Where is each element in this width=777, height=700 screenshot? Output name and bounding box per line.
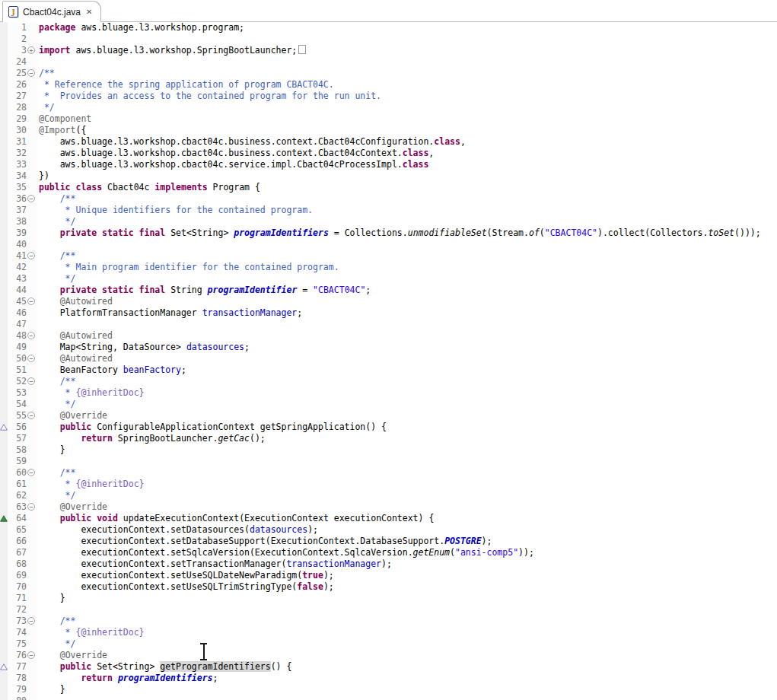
line-number[interactable]: 64	[8, 513, 27, 524]
line-number[interactable]: 65	[8, 524, 27, 536]
code-line[interactable]: * {@inheritDoc}	[37, 479, 144, 490]
code-line[interactable]: executionContext.setSqlcaVersion(Executi…	[37, 547, 534, 558]
line-number[interactable]: 74	[8, 627, 27, 638]
code-line[interactable]: public Set<String> getProgramIdentifiers…	[37, 661, 291, 673]
line-number[interactable]: 39	[8, 228, 27, 239]
editor[interactable]: 1package aws.bluage.l3.workshop.program;…	[0, 22, 777, 700]
code-line[interactable]: @Autowired	[37, 330, 113, 342]
line-number[interactable]: 66	[8, 536, 27, 547]
code-line[interactable]: private static final String programIdent…	[37, 285, 371, 296]
line-number[interactable]: 71	[8, 593, 27, 604]
tab-close-icon[interactable]: ✕	[85, 8, 93, 16]
line-number[interactable]: 58	[8, 444, 27, 456]
code-line[interactable]: @Override	[37, 410, 107, 422]
code-line[interactable]: @Autowired	[37, 353, 113, 364]
line-number[interactable]: 41	[8, 250, 27, 262]
line-number[interactable]: 61	[8, 479, 27, 490]
code-line[interactable]: */	[37, 273, 75, 285]
code-line[interactable]: }	[37, 593, 65, 604]
line-number[interactable]: 37	[8, 205, 27, 216]
line-number[interactable]: 50	[8, 353, 27, 364]
line-number[interactable]: 55	[8, 410, 27, 422]
fold-collapse-icon[interactable]: −	[27, 332, 35, 339]
line-number[interactable]: 60	[8, 467, 27, 479]
line-number[interactable]: 62	[8, 490, 27, 501]
fold-collapse-icon[interactable]: −	[27, 651, 35, 659]
line-number[interactable]: 57	[8, 433, 27, 444]
code-line[interactable]: Map<String, DataSource> datasources;	[37, 342, 250, 353]
code-line[interactable]: PlatformTransactionManager transactionMa…	[37, 307, 302, 319]
fold-collapse-icon[interactable]: −	[27, 412, 35, 419]
code-line[interactable]: executionContext.setDatabaseSupport(Exec…	[37, 536, 492, 547]
code-line[interactable]: aws.bluage.l3.workshop.cbact04c.service.…	[37, 159, 428, 170]
line-number[interactable]: 51	[8, 364, 27, 376]
line-number[interactable]: 53	[8, 387, 27, 399]
line-number[interactable]: 47	[8, 319, 27, 330]
fold-collapse-icon[interactable]: −	[27, 469, 35, 476]
code-line[interactable]: @Import({	[37, 125, 86, 136]
code-line[interactable]: */	[37, 638, 75, 650]
tab-cbact04c-java[interactable]: J Cbact04c.java ✕	[2, 1, 101, 22]
line-number[interactable]: 79	[8, 684, 27, 695]
code-line[interactable]: * {@inheritDoc}	[37, 627, 144, 638]
line-number[interactable]: 56	[8, 422, 27, 433]
line-number[interactable]: 34	[8, 170, 27, 182]
line-number[interactable]: 3	[8, 45, 27, 56]
line-number[interactable]: 43	[8, 273, 27, 285]
line-number[interactable]: 38	[8, 216, 27, 228]
code-line[interactable]: executionContext.setUseSQLDateNewParadig…	[37, 570, 334, 581]
line-number[interactable]: 46	[8, 307, 27, 319]
code-line[interactable]: * Main program identifier for the contai…	[37, 262, 339, 273]
code-line[interactable]	[37, 33, 39, 45]
line-number[interactable]: 69	[8, 570, 27, 581]
line-number[interactable]: 70	[8, 581, 27, 593]
code-line[interactable]: * Unique identifiers for the contained p…	[37, 205, 313, 216]
code-line[interactable]: @Component	[37, 113, 91, 125]
code-line[interactable]	[37, 695, 39, 700]
line-number[interactable]: 32	[8, 148, 27, 159]
line-number[interactable]: 28	[8, 102, 27, 113]
line-number[interactable]: 33	[8, 159, 27, 170]
line-number[interactable]: 45	[8, 296, 27, 307]
fold-collapse-icon[interactable]: −	[27, 617, 35, 625]
line-number[interactable]: 26	[8, 79, 27, 91]
code-line[interactable]	[37, 239, 39, 250]
line-number[interactable]: 36	[8, 193, 27, 205]
code-line[interactable]: @Override	[37, 650, 107, 661]
code-line[interactable]: executionContext.setTransactionManager(t…	[37, 558, 392, 570]
code-line[interactable]: import aws.bluage.l3.workshop.SpringBoot…	[37, 45, 306, 56]
code-line[interactable]: /**	[37, 616, 75, 627]
line-number[interactable]: 27	[8, 91, 27, 102]
line-number[interactable]: 29	[8, 113, 27, 125]
line-number[interactable]: 1	[8, 22, 27, 33]
code-line[interactable]: BeanFactory beanFactory;	[37, 364, 186, 376]
code-line[interactable]: @Autowired	[37, 296, 113, 307]
line-number[interactable]: 77	[8, 661, 27, 673]
code-line[interactable]: private static final Set<String> program…	[37, 228, 761, 239]
line-number[interactable]: 42	[8, 262, 27, 273]
fold-collapse-icon[interactable]: −	[27, 377, 35, 385]
code-line[interactable]: return programIdentifiers;	[37, 673, 218, 684]
code-line[interactable]: aws.bluage.l3.workshop.cbact04c.business…	[37, 148, 434, 159]
code-line[interactable]: })	[37, 170, 49, 182]
code-line[interactable]	[37, 456, 39, 467]
fold-collapse-icon[interactable]: −	[27, 195, 35, 202]
line-number[interactable]: 67	[8, 547, 27, 558]
code-line[interactable]: public ConfigurableApplicationContext ge…	[37, 422, 387, 433]
code-line[interactable]: * {@inheritDoc}	[37, 387, 144, 399]
code-line[interactable]: * Provides an access to the contained pr…	[37, 91, 381, 102]
code-line[interactable]: }	[37, 684, 65, 695]
line-number[interactable]: 52	[8, 376, 27, 387]
line-number[interactable]: 72	[8, 604, 27, 616]
code-line[interactable]: /**	[37, 467, 75, 479]
fold-collapse-icon[interactable]: −	[27, 298, 35, 305]
line-number[interactable]: 40	[8, 239, 27, 250]
line-number[interactable]: 63	[8, 501, 27, 513]
code-line[interactable]: package aws.bluage.l3.workshop.program;	[37, 22, 244, 33]
line-number[interactable]: 68	[8, 558, 27, 570]
fold-collapse-icon[interactable]: −	[27, 503, 35, 511]
code-line[interactable]: }	[37, 444, 65, 456]
code-line[interactable]: public class Cbact04c implements Program…	[37, 182, 260, 193]
code-line[interactable]: */	[37, 490, 75, 501]
line-number[interactable]: 75	[8, 638, 27, 650]
